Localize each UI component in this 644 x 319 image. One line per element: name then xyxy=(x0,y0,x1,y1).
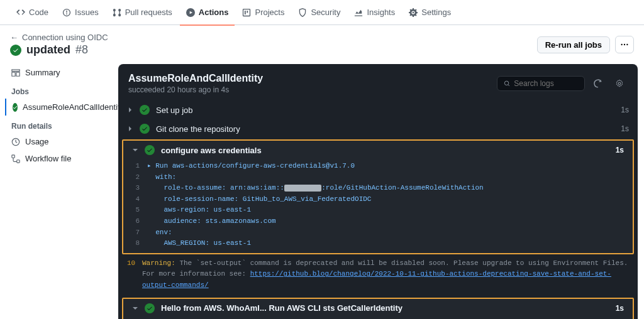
sidebar-summary[interactable]: Summary xyxy=(5,64,108,81)
step-hello[interactable]: Hello from AWS. WhoAmI... Run AWS CLI st… xyxy=(123,299,633,318)
nav-code[interactable]: Code xyxy=(10,4,55,21)
log-line: 1▸ Run aws-actions/configure-aws-credent… xyxy=(123,161,633,172)
jobs-heading: Jobs xyxy=(5,81,108,99)
job-time[interactable]: 20 hours ago xyxy=(167,85,211,94)
line-text: with: xyxy=(147,172,176,183)
job-title: AssumeRoleAndCallIdentity xyxy=(128,73,263,84)
line-number: 1 xyxy=(132,161,147,172)
rerun-all-button[interactable]: Re-run all jobs xyxy=(537,36,610,53)
sidebar: Summary Jobs AssumeRoleAndCallIdentity R… xyxy=(0,64,118,319)
log-line: 7 env: xyxy=(123,227,633,239)
line-text: role-to-assume: arn:aws:iam::█████████:r… xyxy=(147,183,484,194)
check-icon xyxy=(13,103,18,112)
step-configure[interactable]: configure aws credentials 1s xyxy=(123,141,633,160)
line-text: env: xyxy=(147,227,172,239)
nav-actions-label: Actions xyxy=(199,8,229,17)
highlight-hello: Hello from AWS. WhoAmI... Run AWS CLI st… xyxy=(122,298,634,319)
check-icon xyxy=(140,124,150,134)
step-name: Hello from AWS. WhoAmI... Run AWS CLI st… xyxy=(161,303,402,313)
refresh-button[interactable] xyxy=(590,75,606,92)
svg-point-0 xyxy=(621,44,622,45)
svg-point-7 xyxy=(618,82,621,85)
nav-pulls[interactable]: Pull requests xyxy=(106,4,179,21)
nav-pulls-label: Pull requests xyxy=(125,8,172,17)
redacted: █████████ xyxy=(284,185,321,192)
line-number: 3 xyxy=(132,183,147,194)
nav-issues[interactable]: Issues xyxy=(56,4,105,21)
line-text: aws-region: us-east-1 xyxy=(147,205,251,216)
sidebar-workflow-file-label: Workflow file xyxy=(25,154,71,163)
log-line: 6 audience: sts.amazonaws.com xyxy=(123,216,633,227)
step-setup[interactable]: Set up job 1s xyxy=(118,100,638,119)
line-number: 7 xyxy=(132,227,147,239)
chevron-right-icon xyxy=(127,126,133,131)
nav-projects[interactable]: Projects xyxy=(236,4,291,21)
summary-icon xyxy=(11,68,20,77)
step-name: Set up job xyxy=(156,105,193,115)
line-number: 10 xyxy=(127,258,142,291)
line-text: AWS_REGION: us-east-1 xyxy=(147,238,251,249)
kebab-icon xyxy=(620,40,629,49)
chevron-right-icon xyxy=(127,107,133,112)
status-check-icon xyxy=(10,45,21,56)
nav-code-label: Code xyxy=(29,8,48,17)
check-icon xyxy=(140,105,150,115)
gear-icon xyxy=(615,79,624,88)
line-text: audience: sts.amazonaws.com xyxy=(147,216,276,227)
nav-security-label: Security xyxy=(311,8,340,17)
check-icon xyxy=(145,145,155,155)
svg-point-2 xyxy=(626,44,628,45)
nav-security[interactable]: Security xyxy=(292,4,347,21)
nav-insights[interactable]: Insights xyxy=(348,4,401,21)
more-menu-button[interactable] xyxy=(615,36,634,53)
search-logs[interactable] xyxy=(497,76,585,91)
sync-icon xyxy=(594,79,602,88)
line-number: 4 xyxy=(132,194,147,205)
sidebar-job-label: AssumeRoleAndCallIdentity xyxy=(23,102,124,112)
step-name: configure aws credentials xyxy=(161,146,262,155)
sidebar-job-item[interactable]: AssumeRoleAndCallIdentity xyxy=(5,99,108,116)
sidebar-usage[interactable]: Usage xyxy=(5,133,108,150)
workflow-title: updated xyxy=(26,43,70,57)
line-text: ▸ Run aws-actions/configure-aws-credenti… xyxy=(147,161,355,172)
workflow-number: #8 xyxy=(75,43,88,57)
chevron-down-icon xyxy=(132,306,138,311)
log-panel: AssumeRoleAndCallIdentity succeeded 20 h… xyxy=(118,64,638,319)
nav-issues-label: Issues xyxy=(75,8,99,17)
sidebar-usage-label: Usage xyxy=(25,137,49,146)
step-clone[interactable]: Git clone the repository 1s xyxy=(118,119,638,138)
workflow-icon xyxy=(11,154,20,163)
svg-point-6 xyxy=(504,81,508,85)
clock-icon xyxy=(11,138,20,146)
page-header: ← Connection using OIDC updated #8 Re-ru… xyxy=(0,25,644,64)
search-input[interactable] xyxy=(514,79,578,88)
step-name: Git clone the repository xyxy=(156,124,240,134)
step-time: 1s xyxy=(621,124,629,133)
settings-button[interactable] xyxy=(611,75,628,92)
step-time: 1s xyxy=(616,304,624,313)
arrow-left-icon: ← xyxy=(10,33,18,42)
step-time: 1s xyxy=(616,146,624,154)
line-number: 5 xyxy=(132,205,147,216)
log-line: 8 AWS_REGION: us-east-1 xyxy=(123,238,633,249)
chevron-down-icon xyxy=(132,148,138,153)
nav-settings-label: Settings xyxy=(421,8,451,17)
highlight-configure: configure aws credentials 1s 1▸ Run aws-… xyxy=(122,139,634,254)
sidebar-summary-label: Summary xyxy=(25,68,60,77)
search-icon xyxy=(504,80,510,87)
step-time: 1s xyxy=(621,105,629,114)
svg-point-1 xyxy=(624,44,625,45)
nav-actions[interactable]: Actions xyxy=(180,4,235,21)
log-lines: 1▸ Run aws-actions/configure-aws-credent… xyxy=(123,160,633,253)
line-number: 6 xyxy=(132,216,147,227)
log-line: 2 with: xyxy=(123,172,633,183)
line-text: role-session-name: GitHub_to_AWS_via_Fed… xyxy=(147,194,371,205)
line-number: 8 xyxy=(132,238,147,249)
nav-settings[interactable]: Settings xyxy=(402,4,457,21)
sidebar-workflow-file[interactable]: Workflow file xyxy=(5,150,108,167)
rundetails-heading: Run details xyxy=(5,116,108,133)
log-line: 5 aws-region: us-east-1 xyxy=(123,205,633,216)
back-link[interactable]: ← Connection using OIDC xyxy=(10,33,108,42)
job-subtitle: succeeded 20 hours ago in 4s xyxy=(128,85,263,94)
log-warning: 10 Warning: The `set-output` command is … xyxy=(118,258,638,291)
